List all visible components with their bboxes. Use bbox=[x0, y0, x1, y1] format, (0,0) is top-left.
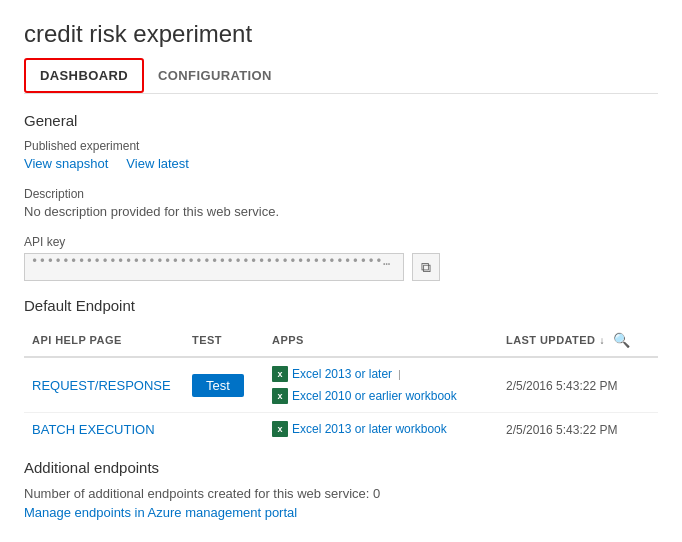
api-help-cell-2: BATCH EXECUTION bbox=[24, 413, 184, 446]
apps-cell-2: x Excel 2013 or later workbook bbox=[264, 413, 498, 446]
batch-execution-link[interactable]: BATCH EXECUTION bbox=[32, 422, 155, 437]
excel-2010-link[interactable]: x Excel 2010 or earlier workbook bbox=[272, 388, 457, 404]
manage-endpoints-link[interactable]: Manage endpoints in Azure management por… bbox=[24, 505, 297, 520]
excel-icon-2: x bbox=[272, 388, 288, 404]
description-label: Description bbox=[24, 187, 658, 201]
excel-2013-label-1: Excel 2013 or later bbox=[292, 367, 392, 381]
api-key-row: ••••••••••••••••••••••••••••••••••••••••… bbox=[24, 253, 658, 281]
published-experiment-label: Published experiment bbox=[24, 139, 658, 153]
updated-cell-2: 2/5/2016 5:43:22 PM bbox=[498, 413, 658, 446]
general-label: General bbox=[24, 112, 658, 129]
general-section: General Published experiment View snapsh… bbox=[24, 112, 658, 281]
api-key-value: ••••••••••••••••••••••••••••••••••••••••… bbox=[24, 253, 404, 281]
view-latest-link[interactable]: View latest bbox=[126, 156, 189, 171]
sort-arrow-icon: ↓ bbox=[599, 335, 604, 346]
test-button-1[interactable]: Test bbox=[192, 374, 244, 397]
excel-icon-1: x bbox=[272, 366, 288, 382]
timestamp-2: 2/5/2016 5:43:22 PM bbox=[506, 423, 617, 437]
excel-2010-label: Excel 2010 or earlier workbook bbox=[292, 389, 457, 403]
api-key-label: API key bbox=[24, 235, 658, 249]
table-row: BATCH EXECUTION x Excel 2013 or later wo… bbox=[24, 413, 658, 446]
table-header-row: API HELP PAGE TEST APPS LAST UPDATED ↓ 🔍 bbox=[24, 324, 658, 357]
col-header-apps: APPS bbox=[264, 324, 498, 357]
excel-2013-link-2[interactable]: x Excel 2013 or later workbook bbox=[272, 421, 447, 437]
description-text: No description provided for this web ser… bbox=[24, 204, 658, 219]
additional-endpoints-section: Additional endpoints Number of additiona… bbox=[24, 459, 658, 520]
apps-cell-1: x Excel 2013 or later | x Excel 2010 or … bbox=[264, 357, 498, 413]
description-group: Description No description provided for … bbox=[24, 187, 658, 219]
default-endpoint-label: Default Endpoint bbox=[24, 297, 658, 314]
tab-dashboard[interactable]: DASHBOARD bbox=[24, 58, 144, 93]
default-endpoint-section: Default Endpoint API HELP PAGE TEST APPS… bbox=[24, 297, 658, 445]
api-help-cell-1: REQUEST/RESPONSE bbox=[24, 357, 184, 413]
additional-endpoints-count: Number of additional endpoints created f… bbox=[24, 486, 658, 501]
table-row: REQUEST/RESPONSE Test x Excel 2013 or la… bbox=[24, 357, 658, 413]
excel-2013-label-2: Excel 2013 or later workbook bbox=[292, 422, 447, 436]
view-snapshot-link[interactable]: View snapshot bbox=[24, 156, 108, 171]
col-header-last-updated[interactable]: LAST UPDATED ↓ 🔍 bbox=[498, 324, 658, 357]
request-response-link[interactable]: REQUEST/RESPONSE bbox=[32, 378, 171, 393]
published-links: View snapshot View latest bbox=[24, 156, 658, 171]
tab-configuration[interactable]: CONFIGURATION bbox=[144, 60, 286, 91]
additional-endpoints-label: Additional endpoints bbox=[24, 459, 658, 476]
published-experiment-group: Published experiment View snapshot View … bbox=[24, 139, 658, 171]
endpoint-table: API HELP PAGE TEST APPS LAST UPDATED ↓ 🔍… bbox=[24, 324, 658, 445]
search-button[interactable]: 🔍 bbox=[609, 330, 634, 350]
test-cell-1: Test bbox=[184, 357, 264, 413]
api-key-group: API key ••••••••••••••••••••••••••••••••… bbox=[24, 235, 658, 281]
copy-icon: ⧉ bbox=[421, 259, 431, 276]
excel-2013-link-1[interactable]: x Excel 2013 or later bbox=[272, 366, 392, 382]
col-header-api-help: API HELP PAGE bbox=[24, 324, 184, 357]
page-title: credit risk experiment bbox=[24, 20, 658, 48]
updated-cell-1: 2/5/2016 5:43:22 PM bbox=[498, 357, 658, 413]
col-header-test: TEST bbox=[184, 324, 264, 357]
apps-separator: | bbox=[398, 368, 401, 380]
tab-bar: DASHBOARD CONFIGURATION bbox=[24, 58, 658, 94]
last-updated-label: LAST UPDATED bbox=[506, 334, 595, 346]
timestamp-1: 2/5/2016 5:43:22 PM bbox=[506, 379, 617, 393]
copy-api-key-button[interactable]: ⧉ bbox=[412, 253, 440, 281]
excel-icon-3: x bbox=[272, 421, 288, 437]
test-cell-2 bbox=[184, 413, 264, 446]
